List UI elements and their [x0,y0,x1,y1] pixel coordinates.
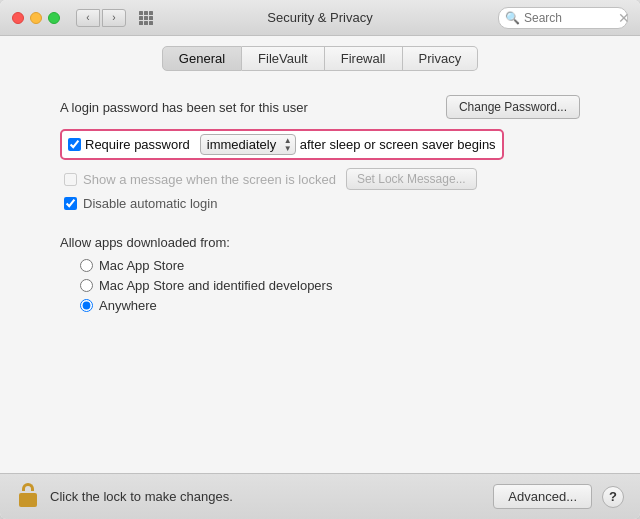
forward-arrow: › [112,12,115,23]
anywhere-radio[interactable] [80,299,93,312]
tab-general[interactable]: General [162,46,242,71]
lock-icon[interactable] [16,483,40,511]
password-row: A login password has been set for this u… [60,95,580,119]
tab-firewall[interactable]: Firewall [325,46,403,71]
require-password-checkbox-group: Require password [68,137,190,152]
downloads-section: Allow apps downloaded from: Mac App Stor… [60,235,580,313]
anywhere-label: Anywhere [99,298,157,313]
change-password-button[interactable]: Change Password... [446,95,580,119]
lock-shackle [22,483,34,491]
forward-button[interactable]: › [102,9,126,27]
clear-search-icon[interactable]: ✕ [618,10,630,26]
tab-bar: General FileVault Firewall Privacy [0,36,640,79]
main-content: A login password has been set for this u… [0,79,640,473]
password-section: A login password has been set for this u… [60,95,580,211]
back-arrow: ‹ [86,12,89,23]
window-title: Security & Privacy [267,10,372,25]
immediately-select[interactable]: immediately 5 seconds 1 minute 5 minutes… [200,134,296,155]
grid-icon [139,11,153,25]
radio-item-mac-app-store: Mac App Store [80,258,580,273]
set-lock-message-button[interactable]: Set Lock Message... [346,168,477,190]
titlebar: ‹ › Security & Privacy 🔍 ✕ [0,0,640,36]
window: ‹ › Security & Privacy 🔍 ✕ General FileV… [0,0,640,519]
traffic-lights [12,12,60,24]
identified-developers-label: Mac App Store and identified developers [99,278,332,293]
radio-item-identified: Mac App Store and identified developers [80,278,580,293]
maximize-button[interactable] [48,12,60,24]
grid-view-button[interactable] [134,9,158,27]
search-input[interactable] [524,11,614,25]
immediately-select-wrapper: immediately 5 seconds 1 minute 5 minutes… [200,134,296,155]
search-icon: 🔍 [505,11,520,25]
help-button[interactable]: ? [602,486,624,508]
downloads-radio-group: Mac App Store Mac App Store and identifi… [60,258,580,313]
tab-filevault[interactable]: FileVault [242,46,325,71]
radio-item-anywhere: Anywhere [80,298,580,313]
password-status-text: A login password has been set for this u… [60,100,438,115]
lock-text: Click the lock to make changes. [50,489,483,504]
mac-app-store-radio[interactable] [80,259,93,272]
bottom-bar: Click the lock to make changes. Advanced… [0,473,640,519]
mac-app-store-label: Mac App Store [99,258,184,273]
show-message-row: Show a message when the screen is locked… [60,168,580,190]
require-password-checkbox[interactable] [68,138,81,151]
minimize-button[interactable] [30,12,42,24]
nav-buttons: ‹ › [76,9,126,27]
after-sleep-text: after sleep or screen saver begins [300,137,496,152]
disable-autologin-row: Disable automatic login [60,196,580,211]
disable-autologin-label: Disable automatic login [83,196,217,211]
show-message-checkbox[interactable] [64,173,77,186]
show-message-label: Show a message when the screen is locked [83,172,336,187]
downloads-title: Allow apps downloaded from: [60,235,580,250]
back-button[interactable]: ‹ [76,9,100,27]
advanced-button[interactable]: Advanced... [493,484,592,509]
require-password-row: Require password immediately 5 seconds 1… [60,129,504,160]
tab-privacy[interactable]: Privacy [403,46,479,71]
lock-body [19,493,37,507]
disable-autologin-checkbox[interactable] [64,197,77,210]
search-box: 🔍 ✕ [498,7,628,29]
require-password-label: Require password [85,137,190,152]
identified-developers-radio[interactable] [80,279,93,292]
close-button[interactable] [12,12,24,24]
